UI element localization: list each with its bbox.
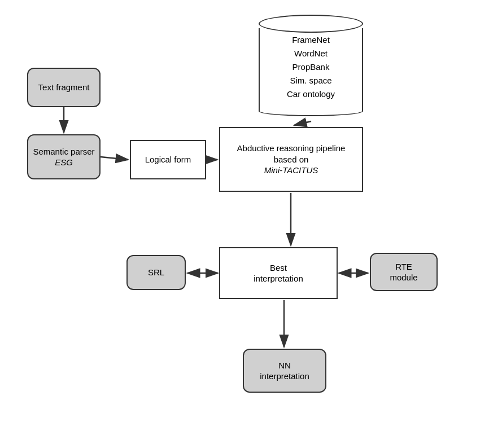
abductive-label: Abductive reasoning pipelinebased onMini… [237,143,346,176]
rte-module-label: RTEmodule [390,261,417,283]
text-fragment-box: Text fragment [27,68,101,107]
abductive-box: Abductive reasoning pipelinebased onMini… [219,127,363,192]
arrow-parser-to-logical [101,157,128,160]
diagram: Text fragment Semantic parserESG Logical… [0,0,489,448]
nn-interpretation-box: NNinterpretation [243,349,326,393]
rte-module-box: RTEmodule [370,253,438,291]
semantic-parser-label: Semantic parserESG [33,146,94,168]
database-label: FrameNetWordNetPropBankSim. spaceCar ont… [287,33,335,101]
semantic-parser-box: Semantic parserESG [27,134,101,179]
arrow-db-to-abductive [294,121,311,125]
database-cylinder: FrameNetWordNetPropBankSim. spaceCar ont… [259,10,363,120]
nn-interpretation-label: NNinterpretation [260,360,309,382]
logical-form-label: Logical form [145,154,191,165]
srl-label: SRL [148,267,164,278]
srl-box: SRL [126,255,186,290]
best-interpretation-box: Bestinterpretation [219,247,338,299]
best-interpretation-label: Bestinterpretation [254,262,303,284]
logical-form-box: Logical form [130,140,206,179]
text-fragment-label: Text fragment [38,82,90,93]
